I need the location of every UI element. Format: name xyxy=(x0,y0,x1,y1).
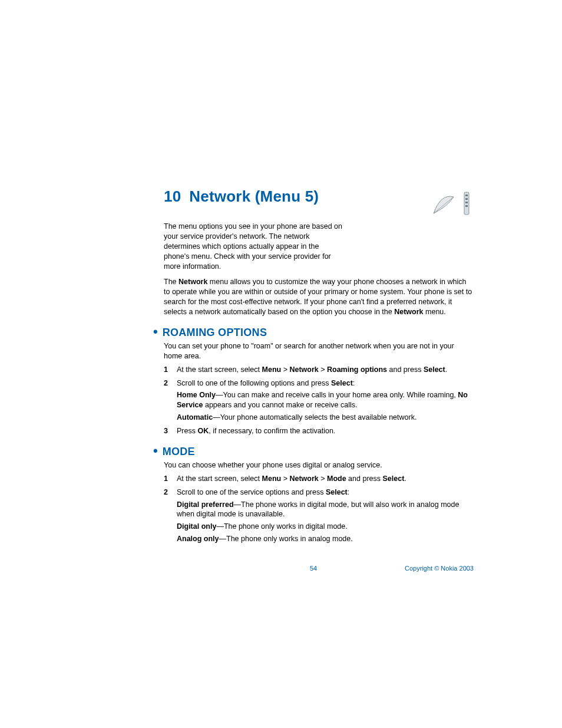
chapter-title-text: Network (Menu 5) xyxy=(189,187,319,205)
network-antenna-icon xyxy=(430,189,471,218)
mode-analog-only: Analog only—The phone only works in anal… xyxy=(177,534,474,544)
copyright-text: Copyright © Nokia 2003 xyxy=(405,565,474,572)
mode-step-2: Scroll to one of the service options and… xyxy=(164,487,474,544)
svg-rect-3 xyxy=(465,202,468,203)
mode-step-1: At the start screen, select Menu > Netwo… xyxy=(164,474,474,484)
svg-rect-4 xyxy=(465,205,468,207)
roaming-automatic: Automatic—Your phone automatically selec… xyxy=(177,413,474,423)
roaming-steps: At the start screen, select Menu > Netwo… xyxy=(164,365,474,436)
page-number: 54 xyxy=(310,565,317,572)
roaming-step-1: At the start screen, select Menu > Netwo… xyxy=(164,365,474,375)
mode-heading-row: • MODE xyxy=(164,444,474,458)
mode-intro: You can choose whether your phone uses d… xyxy=(164,460,474,470)
page-footer: 54 Copyright © Nokia 2003 xyxy=(164,565,474,572)
mode-heading: MODE xyxy=(163,446,195,458)
document-page: 10Network (Menu 5) The menu options you … xyxy=(0,0,562,728)
roaming-intro: You can set your phone to "roam" or sear… xyxy=(164,341,474,361)
roaming-heading-row: • ROAMING OPTIONS xyxy=(164,325,474,339)
mode-digital-preferred: Digital preferred—The phone works in dig… xyxy=(177,500,474,520)
bullet-icon: • xyxy=(153,325,158,338)
chapter-number: 10 xyxy=(164,187,181,205)
roaming-heading: ROAMING OPTIONS xyxy=(163,327,267,339)
roaming-home-only: Home Only—You can make and receive calls… xyxy=(177,390,474,410)
network-paragraph: The Network menu allows you to customize… xyxy=(164,277,474,317)
chapter-title-row: 10Network (Menu 5) xyxy=(164,187,474,218)
svg-rect-2 xyxy=(465,198,468,200)
intro-paragraph: The menu options you see in your phone a… xyxy=(164,222,346,271)
chapter-title: 10Network (Menu 5) xyxy=(164,187,319,206)
roaming-step-2: Scroll to one of the following options a… xyxy=(164,378,474,423)
mode-steps: At the start screen, select Menu > Netwo… xyxy=(164,474,474,544)
roaming-step-3: Press OK, if necessary, to confirm the a… xyxy=(164,426,474,436)
mode-digital-only: Digital only—The phone only works in dig… xyxy=(177,522,474,532)
svg-rect-1 xyxy=(465,195,468,196)
bullet-icon: • xyxy=(153,444,158,457)
